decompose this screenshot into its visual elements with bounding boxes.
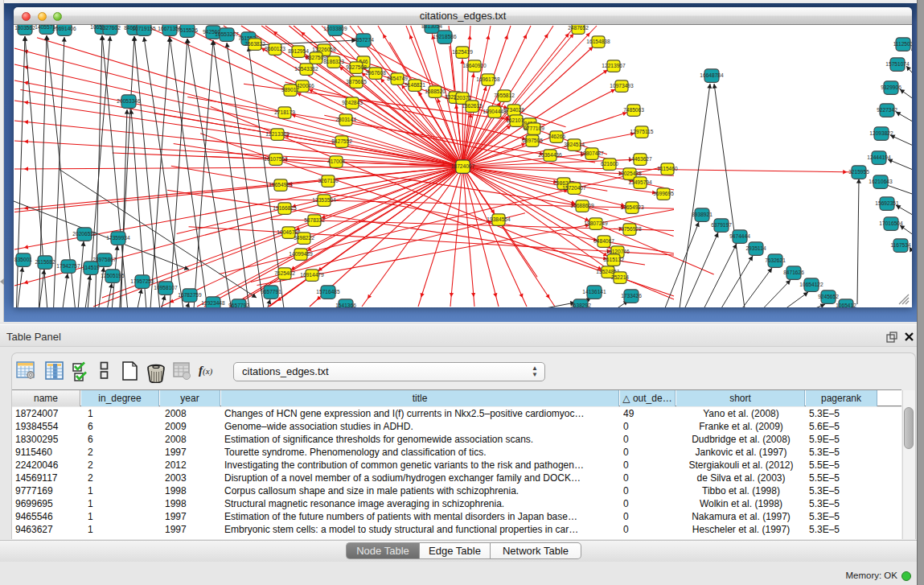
svg-text:12093822: 12093822 (869, 130, 893, 136)
svg-text:8813054: 8813054 (421, 25, 442, 29)
svg-text:3215955: 3215955 (848, 169, 869, 175)
svg-text:9777109: 9777109 (524, 126, 544, 131)
svg-text:16107553: 16107553 (264, 156, 288, 162)
svg-text:18724007: 18724007 (451, 163, 475, 169)
svg-text:3824514: 3824514 (564, 142, 585, 147)
svg-text:12505195: 12505195 (101, 273, 125, 278)
svg-text:1167534: 1167534 (890, 242, 911, 248)
svg-text:14136141: 14136141 (582, 289, 606, 295)
svg-text:17016504: 17016504 (879, 220, 903, 226)
svg-text:8454749: 8454749 (387, 76, 408, 81)
svg-text:9484067: 9484067 (593, 238, 614, 244)
svg-text:16782759: 16782759 (178, 292, 202, 298)
svg-text:9227342: 9227342 (877, 107, 897, 113)
svg-text:9657792: 9657792 (228, 303, 249, 307)
svg-text:10973493: 10973493 (610, 83, 634, 89)
svg-text:10654122: 10654122 (799, 282, 823, 287)
svg-text:7857274: 7857274 (353, 37, 374, 43)
svg-text:1362615: 1362615 (462, 103, 483, 109)
svg-text:9329906: 9329906 (881, 84, 901, 90)
svg-text:20206536: 20206536 (72, 231, 97, 237)
svg-text:12923448: 12923448 (201, 300, 225, 306)
svg-text:9242843: 9242843 (342, 100, 363, 105)
svg-text:13495794: 13495794 (628, 179, 652, 185)
svg-text:7632621: 7632621 (765, 257, 786, 263)
svg-text:19654923: 19654923 (620, 204, 644, 210)
svg-text:2967608: 2967608 (365, 70, 386, 76)
svg-text:8938921: 8938921 (692, 212, 713, 217)
svg-text:10553267: 10553267 (215, 31, 239, 37)
svg-text:79756928: 79756928 (618, 226, 642, 232)
svg-text:7485063: 7485063 (623, 107, 644, 113)
svg-text:14099489: 14099489 (289, 251, 313, 257)
svg-text:6379197: 6379197 (711, 222, 732, 228)
svg-text:6897505: 6897505 (522, 138, 543, 143)
svg-text:12213389: 12213389 (265, 131, 290, 137)
svg-text:19218586: 19218586 (433, 34, 457, 39)
svg-text:8427552: 8427552 (331, 138, 352, 144)
svg-text:7625402: 7625402 (274, 270, 295, 276)
svg-text:16648784: 16648784 (700, 72, 724, 78)
svg-text:2115682: 2115682 (35, 259, 55, 265)
svg-text:10025438: 10025438 (618, 171, 642, 176)
svg-text:1588520: 1588520 (425, 89, 446, 94)
svg-text:1065412: 1065412 (836, 303, 856, 307)
svg-text:8660123: 8660123 (265, 46, 285, 51)
svg-text:1112503: 1112503 (893, 41, 912, 47)
svg-text:17942757: 17942757 (56, 263, 80, 269)
svg-text:12975115: 12975115 (630, 129, 654, 134)
svg-text:3875685: 3875685 (346, 79, 367, 84)
svg-text:2718179: 2718179 (274, 109, 295, 115)
svg-text:3267110: 3267110 (318, 178, 339, 183)
svg-text:9638292: 9638292 (570, 303, 591, 307)
svg-text:8471626: 8471626 (783, 270, 804, 275)
svg-text:13353594: 13353594 (312, 197, 336, 203)
svg-text:9699695: 9699695 (653, 191, 674, 196)
svg-text:10543382: 10543382 (294, 66, 318, 72)
svg-text:9657791: 9657791 (261, 289, 281, 295)
svg-text:15720407: 15720407 (562, 185, 586, 191)
svg-text:16033809: 16033809 (323, 26, 347, 31)
svg-text:252214: 252214 (611, 274, 629, 280)
svg-text:621600: 621600 (601, 161, 618, 167)
svg-text:114519: 114519 (82, 265, 100, 270)
svg-text:18640910: 18640910 (462, 63, 487, 68)
svg-text:16154838: 16154838 (586, 39, 610, 44)
svg-text:16210643: 16210643 (869, 179, 893, 184)
svg-text:9327508: 9327508 (346, 64, 367, 70)
svg-text:14463627: 14463627 (628, 156, 652, 162)
svg-text:10807487: 10807487 (580, 150, 604, 156)
svg-text:19166825: 19166825 (273, 205, 297, 211)
svg-text:3498222: 3498222 (294, 235, 314, 241)
svg-text:9245652: 9245652 (818, 294, 839, 299)
svg-text:10958107: 10958107 (154, 285, 178, 290)
svg-text:1327602: 1327602 (100, 25, 121, 31)
svg-text:8186323: 8186323 (323, 59, 344, 64)
svg-text:12213967: 12213967 (602, 63, 626, 68)
svg-text:16961758: 16961758 (476, 76, 500, 82)
svg-text:989017: 989017 (281, 87, 299, 93)
svg-text:9115460: 9115460 (657, 166, 678, 171)
svg-text:1615132: 1615132 (603, 257, 624, 262)
svg-text:1541366: 1541366 (335, 303, 356, 307)
svg-text:18807249: 18807249 (584, 220, 608, 226)
svg-text:9474444: 9474444 (729, 233, 750, 239)
svg-text:835001: 835001 (14, 257, 32, 262)
svg-text:12444194: 12444194 (867, 154, 891, 160)
svg-text:1733426: 1733426 (621, 293, 642, 299)
svg-text:8912954: 8912954 (288, 48, 309, 54)
svg-text:5878332: 5878332 (304, 217, 325, 223)
svg-text:20691406: 20691406 (52, 26, 76, 31)
svg-text:19654983: 19654983 (269, 182, 293, 187)
svg-text:7955812: 7955812 (494, 93, 515, 98)
svg-text:2935114: 2935114 (745, 245, 766, 251)
svg-text:10688609: 10688609 (570, 203, 594, 208)
svg-text:7515526: 7515526 (177, 27, 198, 33)
svg-text:15692351: 15692351 (875, 200, 899, 206)
svg-text:1625419: 1625419 (452, 49, 473, 55)
svg-text:10719155: 10719155 (132, 26, 156, 31)
svg-text:17957255: 17957255 (130, 278, 154, 284)
svg-text:15751074: 15751074 (885, 61, 910, 67)
svg-text:15716485: 15716485 (316, 289, 340, 295)
svg-text:746266: 746266 (548, 134, 565, 139)
